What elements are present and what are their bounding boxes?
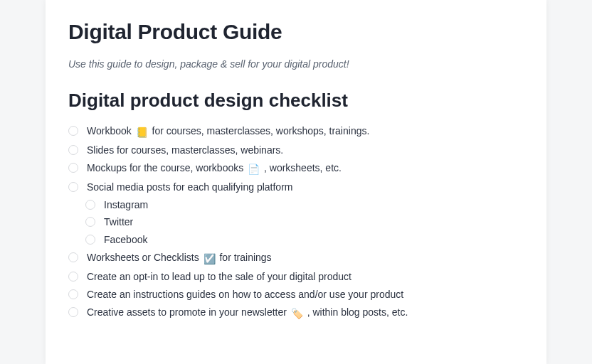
checkbox-circle[interactable] [68,145,78,155]
page-title: Digital Product Guide [68,20,524,44]
list-item: Worksheets or Checklists ☑️ for training… [68,249,524,268]
checkbox-circle[interactable] [85,200,95,210]
inline-emoji-icon: ☑️ [204,252,216,266]
checkbox-circle[interactable] [68,252,78,262]
checklist: Workbook 📒 for courses, masterclasses, w… [68,122,524,323]
checkbox-circle[interactable] [68,289,78,299]
list-item-text: Slides for courses, masterclasses, webin… [87,144,524,157]
list-item-text: Facebook [104,233,524,247]
list-item: Social media posts for each qualifying p… [68,178,524,196]
list-item: Mockups for the course, workbooks 📄 , wo… [68,159,524,178]
list-item-text: Create an instructions guides on how to … [87,288,524,301]
list-item: Facebook [68,231,524,249]
intro-text: Use this guide to design, package & sell… [68,58,524,70]
checkbox-circle[interactable] [68,307,78,317]
list-item: Workbook 📒 for courses, masterclasses, w… [68,122,524,141]
document-page: Digital Product Guide Use this guide to … [46,0,546,364]
list-item: Create an opt-in to lead up to the sale … [68,268,524,286]
inline-emoji-icon: 📄 [248,163,260,176]
section-heading: Digital product design checklist [68,90,524,112]
inline-emoji-icon: 🏷️ [291,307,303,321]
list-item-text: Workbook 📒 for courses, masterclasses, w… [87,124,524,139]
list-item: Creative assets to promote in your newsl… [68,304,524,323]
checkbox-circle[interactable] [68,182,78,192]
list-item: Slides for courses, masterclasses, webin… [68,141,524,159]
list-item-text: Create an opt-in to lead up to the sale … [87,270,524,284]
list-item-text: Social media posts for each qualifying p… [87,181,524,194]
list-item-text: Worksheets or Checklists ☑️ for training… [87,251,524,266]
checkbox-circle[interactable] [68,163,78,173]
list-item: Twitter [68,213,524,231]
inline-emoji-icon: 📒 [136,126,148,139]
list-item-text: Instagram [104,198,524,212]
list-item: Instagram [68,196,524,214]
list-item-text: Twitter [104,215,524,229]
list-item-text: Creative assets to promote in your newsl… [87,306,524,321]
checkbox-circle[interactable] [68,272,78,282]
checkbox-circle[interactable] [68,126,78,136]
list-item-text: Mockups for the course, workbooks 📄 , wo… [87,161,524,176]
checkbox-circle[interactable] [85,217,95,227]
checkbox-circle[interactable] [85,235,95,245]
list-item: Create an instructions guides on how to … [68,286,524,304]
